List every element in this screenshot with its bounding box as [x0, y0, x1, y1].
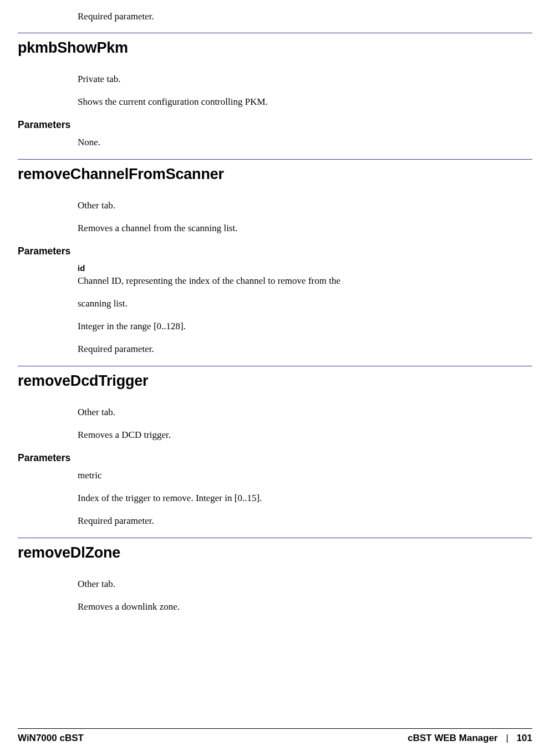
params-none: None.	[78, 136, 532, 149]
section-heading: removeChannelFromScanner	[18, 164, 532, 184]
section-divider	[18, 366, 532, 366]
parameters-heading: Parameters	[18, 119, 532, 132]
section-heading: pkmbShowPkm	[18, 38, 532, 58]
section-body: Private tab. Shows the current configura…	[78, 73, 532, 109]
page: Required parameter. pkmbShowPkm Private …	[0, 0, 550, 756]
section-tab: Other tab.	[78, 406, 532, 419]
param-metric: metric	[78, 469, 532, 482]
section-desc: Shows the current configuration controll…	[78, 96, 532, 109]
section-body: Other tab. Removes a DCD trigger.	[78, 406, 532, 442]
param-id-desc-line1: Channel ID, representing the index of th…	[78, 275, 532, 288]
footer-left: WiN7000 cBST	[18, 732, 84, 745]
footer-divider	[18, 728, 532, 729]
footer-page-number: 101	[517, 733, 532, 743]
parameters-body: metric Index of the trigger to remove. I…	[78, 469, 532, 528]
section-divider	[18, 538, 532, 538]
section-desc: Removes a downlink zone.	[78, 601, 532, 614]
param-metric-required: Required parameter.	[78, 515, 532, 528]
param-metric-desc: Index of the trigger to remove. Integer …	[78, 492, 532, 505]
footer-row: WiN7000 cBST cBST WEB Manager | 101	[18, 732, 532, 745]
section-divider	[18, 159, 532, 160]
section-tab: Private tab.	[78, 73, 532, 86]
section-tab: Other tab.	[78, 578, 532, 591]
param-id-range: Integer in the range [0..128].	[78, 320, 532, 333]
page-footer: WiN7000 cBST cBST WEB Manager | 101	[18, 728, 532, 745]
param-id-label: id	[78, 263, 532, 274]
section-body: Other tab. Removes a channel from the sc…	[78, 200, 532, 235]
section-heading: removeDlZone	[18, 543, 532, 563]
param-id-required: Required parameter.	[78, 343, 532, 356]
footer-separator: |	[500, 733, 513, 743]
section-desc: Removes a channel from the scanning list…	[78, 222, 532, 235]
parameters-heading: Parameters	[18, 245, 532, 258]
parameters-body: id Channel ID, representing the index of…	[78, 263, 532, 356]
section-tab: Other tab.	[78, 200, 532, 212]
intro-required: Required parameter.	[78, 11, 532, 23]
section-body: Other tab. Removes a downlink zone.	[78, 578, 532, 614]
footer-section-title: cBST WEB Manager	[408, 733, 497, 743]
param-id-desc-line2: scanning list.	[78, 298, 532, 310]
parameters-body: None.	[78, 136, 532, 149]
section-divider	[18, 33, 532, 33]
intro-block: Required parameter.	[78, 0, 532, 23]
footer-right: cBST WEB Manager | 101	[408, 732, 532, 745]
section-heading: removeDcdTrigger	[18, 371, 532, 391]
section-desc: Removes a DCD trigger.	[78, 429, 532, 442]
parameters-heading: Parameters	[18, 452, 532, 465]
